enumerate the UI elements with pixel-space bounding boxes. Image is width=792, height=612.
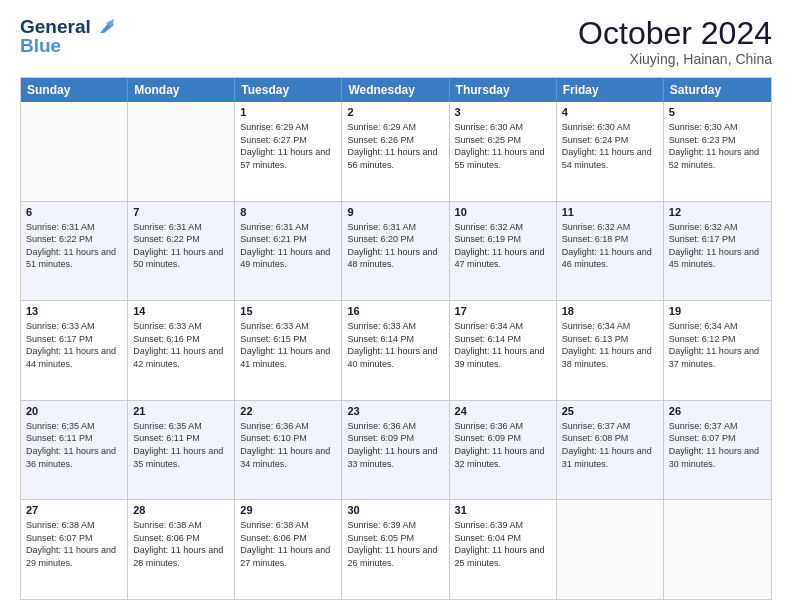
logo: General Blue (20, 16, 114, 57)
calendar-day-6: 6Sunrise: 6:31 AM Sunset: 6:22 PM Daylig… (21, 202, 128, 301)
calendar-day-12: 12Sunrise: 6:32 AM Sunset: 6:17 PM Dayli… (664, 202, 771, 301)
day-number: 2 (347, 105, 443, 120)
calendar-day-8: 8Sunrise: 6:31 AM Sunset: 6:21 PM Daylig… (235, 202, 342, 301)
cell-info: Sunrise: 6:33 AM Sunset: 6:14 PM Dayligh… (347, 320, 443, 370)
day-of-week-monday: Monday (128, 78, 235, 102)
calendar-day-30: 30Sunrise: 6:39 AM Sunset: 6:05 PM Dayli… (342, 500, 449, 599)
cell-info: Sunrise: 6:30 AM Sunset: 6:23 PM Dayligh… (669, 121, 766, 171)
logo-blue: Blue (20, 35, 114, 57)
day-number: 20 (26, 404, 122, 419)
calendar-day-11: 11Sunrise: 6:32 AM Sunset: 6:18 PM Dayli… (557, 202, 664, 301)
day-number: 11 (562, 205, 658, 220)
day-number: 30 (347, 503, 443, 518)
calendar-day-14: 14Sunrise: 6:33 AM Sunset: 6:16 PM Dayli… (128, 301, 235, 400)
day-number: 13 (26, 304, 122, 319)
day-number: 18 (562, 304, 658, 319)
cell-info: Sunrise: 6:34 AM Sunset: 6:13 PM Dayligh… (562, 320, 658, 370)
day-number: 26 (669, 404, 766, 419)
day-of-week-wednesday: Wednesday (342, 78, 449, 102)
calendar-day-23: 23Sunrise: 6:36 AM Sunset: 6:09 PM Dayli… (342, 401, 449, 500)
cell-info: Sunrise: 6:30 AM Sunset: 6:25 PM Dayligh… (455, 121, 551, 171)
cell-info: Sunrise: 6:34 AM Sunset: 6:12 PM Dayligh… (669, 320, 766, 370)
logo-bird-icon (92, 15, 114, 37)
calendar-day-1: 1Sunrise: 6:29 AM Sunset: 6:27 PM Daylig… (235, 102, 342, 201)
day-number: 29 (240, 503, 336, 518)
location: Xiuying, Hainan, China (578, 51, 772, 67)
cell-info: Sunrise: 6:37 AM Sunset: 6:07 PM Dayligh… (669, 420, 766, 470)
day-number: 14 (133, 304, 229, 319)
cell-info: Sunrise: 6:32 AM Sunset: 6:19 PM Dayligh… (455, 221, 551, 271)
calendar-day-31: 31Sunrise: 6:39 AM Sunset: 6:04 PM Dayli… (450, 500, 557, 599)
day-number: 17 (455, 304, 551, 319)
empty-cell (128, 102, 235, 201)
day-number: 31 (455, 503, 551, 518)
cell-info: Sunrise: 6:33 AM Sunset: 6:15 PM Dayligh… (240, 320, 336, 370)
calendar-day-26: 26Sunrise: 6:37 AM Sunset: 6:07 PM Dayli… (664, 401, 771, 500)
day-number: 1 (240, 105, 336, 120)
calendar-week-4: 20Sunrise: 6:35 AM Sunset: 6:11 PM Dayli… (21, 400, 771, 500)
cell-info: Sunrise: 6:31 AM Sunset: 6:22 PM Dayligh… (133, 221, 229, 271)
calendar-day-13: 13Sunrise: 6:33 AM Sunset: 6:17 PM Dayli… (21, 301, 128, 400)
day-number: 9 (347, 205, 443, 220)
calendar-day-20: 20Sunrise: 6:35 AM Sunset: 6:11 PM Dayli… (21, 401, 128, 500)
cell-info: Sunrise: 6:29 AM Sunset: 6:27 PM Dayligh… (240, 121, 336, 171)
cell-info: Sunrise: 6:33 AM Sunset: 6:17 PM Dayligh… (26, 320, 122, 370)
day-of-week-thursday: Thursday (450, 78, 557, 102)
calendar-day-7: 7Sunrise: 6:31 AM Sunset: 6:22 PM Daylig… (128, 202, 235, 301)
calendar-week-3: 13Sunrise: 6:33 AM Sunset: 6:17 PM Dayli… (21, 300, 771, 400)
cell-info: Sunrise: 6:38 AM Sunset: 6:06 PM Dayligh… (133, 519, 229, 569)
cell-info: Sunrise: 6:31 AM Sunset: 6:21 PM Dayligh… (240, 221, 336, 271)
day-number: 10 (455, 205, 551, 220)
cell-info: Sunrise: 6:34 AM Sunset: 6:14 PM Dayligh… (455, 320, 551, 370)
calendar-day-5: 5Sunrise: 6:30 AM Sunset: 6:23 PM Daylig… (664, 102, 771, 201)
day-number: 16 (347, 304, 443, 319)
calendar-day-25: 25Sunrise: 6:37 AM Sunset: 6:08 PM Dayli… (557, 401, 664, 500)
cell-info: Sunrise: 6:32 AM Sunset: 6:18 PM Dayligh… (562, 221, 658, 271)
calendar-day-17: 17Sunrise: 6:34 AM Sunset: 6:14 PM Dayli… (450, 301, 557, 400)
title-section: October 2024 Xiuying, Hainan, China (578, 16, 772, 67)
day-of-week-sunday: Sunday (21, 78, 128, 102)
calendar-day-2: 2Sunrise: 6:29 AM Sunset: 6:26 PM Daylig… (342, 102, 449, 201)
day-number: 6 (26, 205, 122, 220)
day-number: 4 (562, 105, 658, 120)
calendar-day-27: 27Sunrise: 6:38 AM Sunset: 6:07 PM Dayli… (21, 500, 128, 599)
cell-info: Sunrise: 6:32 AM Sunset: 6:17 PM Dayligh… (669, 221, 766, 271)
calendar-day-4: 4Sunrise: 6:30 AM Sunset: 6:24 PM Daylig… (557, 102, 664, 201)
day-number: 24 (455, 404, 551, 419)
page: General Blue October 2024 Xiuying, Haina… (0, 0, 792, 612)
day-of-week-saturday: Saturday (664, 78, 771, 102)
calendar-week-5: 27Sunrise: 6:38 AM Sunset: 6:07 PM Dayli… (21, 499, 771, 599)
calendar-header: SundayMondayTuesdayWednesdayThursdayFrid… (21, 78, 771, 102)
cell-info: Sunrise: 6:39 AM Sunset: 6:04 PM Dayligh… (455, 519, 551, 569)
day-number: 28 (133, 503, 229, 518)
header: General Blue October 2024 Xiuying, Haina… (20, 16, 772, 67)
calendar-day-21: 21Sunrise: 6:35 AM Sunset: 6:11 PM Dayli… (128, 401, 235, 500)
day-number: 15 (240, 304, 336, 319)
empty-cell (21, 102, 128, 201)
day-number: 7 (133, 205, 229, 220)
calendar-day-22: 22Sunrise: 6:36 AM Sunset: 6:10 PM Dayli… (235, 401, 342, 500)
cell-info: Sunrise: 6:31 AM Sunset: 6:22 PM Dayligh… (26, 221, 122, 271)
cell-info: Sunrise: 6:37 AM Sunset: 6:08 PM Dayligh… (562, 420, 658, 470)
cell-info: Sunrise: 6:38 AM Sunset: 6:07 PM Dayligh… (26, 519, 122, 569)
day-number: 27 (26, 503, 122, 518)
cell-info: Sunrise: 6:36 AM Sunset: 6:09 PM Dayligh… (347, 420, 443, 470)
calendar-day-24: 24Sunrise: 6:36 AM Sunset: 6:09 PM Dayli… (450, 401, 557, 500)
cell-info: Sunrise: 6:33 AM Sunset: 6:16 PM Dayligh… (133, 320, 229, 370)
cell-info: Sunrise: 6:35 AM Sunset: 6:11 PM Dayligh… (26, 420, 122, 470)
calendar-day-29: 29Sunrise: 6:38 AM Sunset: 6:06 PM Dayli… (235, 500, 342, 599)
day-number: 12 (669, 205, 766, 220)
calendar-day-10: 10Sunrise: 6:32 AM Sunset: 6:19 PM Dayli… (450, 202, 557, 301)
calendar-week-1: 1Sunrise: 6:29 AM Sunset: 6:27 PM Daylig… (21, 102, 771, 201)
cell-info: Sunrise: 6:38 AM Sunset: 6:06 PM Dayligh… (240, 519, 336, 569)
cell-info: Sunrise: 6:30 AM Sunset: 6:24 PM Dayligh… (562, 121, 658, 171)
day-number: 25 (562, 404, 658, 419)
calendar-day-18: 18Sunrise: 6:34 AM Sunset: 6:13 PM Dayli… (557, 301, 664, 400)
calendar-week-2: 6Sunrise: 6:31 AM Sunset: 6:22 PM Daylig… (21, 201, 771, 301)
cell-info: Sunrise: 6:36 AM Sunset: 6:10 PM Dayligh… (240, 420, 336, 470)
day-number: 23 (347, 404, 443, 419)
calendar-day-19: 19Sunrise: 6:34 AM Sunset: 6:12 PM Dayli… (664, 301, 771, 400)
calendar-day-15: 15Sunrise: 6:33 AM Sunset: 6:15 PM Dayli… (235, 301, 342, 400)
day-number: 5 (669, 105, 766, 120)
cell-info: Sunrise: 6:35 AM Sunset: 6:11 PM Dayligh… (133, 420, 229, 470)
